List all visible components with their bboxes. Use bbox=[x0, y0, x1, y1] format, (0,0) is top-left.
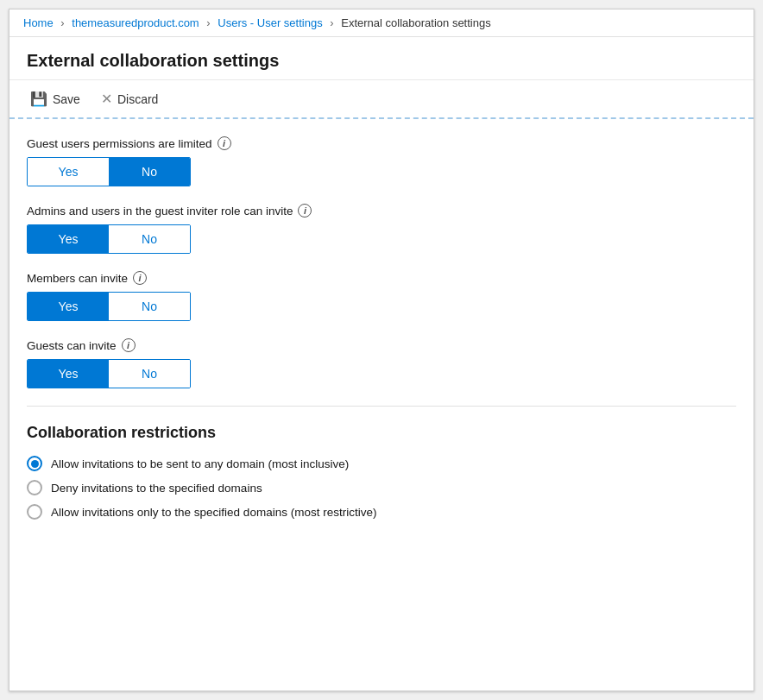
members-invite-no-button[interactable]: No bbox=[109, 293, 190, 320]
section-divider bbox=[27, 406, 736, 407]
collaboration-restrictions-title: Collaboration restrictions bbox=[27, 424, 736, 442]
admin-invite-toggle: Yes No bbox=[27, 224, 191, 254]
setting-admin-invite: Admins and users in the guest inviter ro… bbox=[27, 204, 736, 254]
discard-icon: ✕ bbox=[101, 91, 112, 107]
content: Guest users permissions are limited i Ye… bbox=[9, 119, 754, 537]
breadcrumb-users[interactable]: Users - User settings bbox=[218, 16, 322, 29]
breadcrumb-home[interactable]: Home bbox=[23, 16, 54, 29]
radio-allow-only-specified-circle bbox=[27, 504, 42, 520]
radio-allow-only-specified[interactable]: Allow invitations only to the specified … bbox=[27, 504, 736, 520]
breadcrumb-sep-1: › bbox=[60, 16, 64, 29]
guest-permissions-info-icon[interactable]: i bbox=[218, 136, 231, 150]
discard-button[interactable]: ✕ Discard bbox=[98, 89, 161, 109]
save-icon: 💾 bbox=[30, 91, 47, 107]
discard-label: Discard bbox=[117, 92, 158, 106]
breadcrumb-tenant[interactable]: themeasuredproduct.com bbox=[72, 16, 199, 29]
setting-guests-invite-label: Guests can invite i bbox=[27, 338, 736, 352]
setting-guests-invite: Guests can invite i Yes No bbox=[27, 338, 736, 388]
guests-invite-toggle: Yes No bbox=[27, 359, 191, 388]
breadcrumb-sep-2: › bbox=[206, 16, 210, 29]
guests-invite-yes-button[interactable]: Yes bbox=[28, 360, 109, 388]
radio-deny-specified-label: Deny invitations to the specified domain… bbox=[51, 482, 262, 495]
members-invite-info-icon[interactable]: i bbox=[133, 271, 147, 285]
breadcrumb-current: External collaboration settings bbox=[341, 16, 490, 29]
radio-allow-any-label: Allow invitations to be sent to any doma… bbox=[51, 457, 349, 470]
guest-permissions-toggle: Yes No bbox=[27, 157, 191, 186]
radio-allow-any[interactable]: Allow invitations to be sent to any doma… bbox=[27, 456, 736, 471]
guests-invite-info-icon[interactable]: i bbox=[122, 338, 136, 352]
guest-permissions-yes-button[interactable]: Yes bbox=[28, 158, 109, 186]
radio-deny-specified[interactable]: Deny invitations to the specified domain… bbox=[27, 480, 736, 495]
setting-guest-permissions-label: Guest users permissions are limited i bbox=[27, 136, 736, 150]
radio-allow-only-specified-label: Allow invitations only to the specified … bbox=[51, 506, 376, 519]
setting-admin-invite-label: Admins and users in the guest inviter ro… bbox=[27, 204, 736, 218]
save-button[interactable]: 💾 Save bbox=[27, 89, 84, 109]
radio-deny-specified-circle bbox=[27, 480, 42, 495]
save-label: Save bbox=[53, 92, 80, 106]
breadcrumb: Home › themeasuredproduct.com › Users - … bbox=[9, 9, 754, 37]
setting-members-invite-label: Members can invite i bbox=[27, 271, 736, 285]
setting-guest-permissions: Guest users permissions are limited i Ye… bbox=[27, 136, 736, 186]
collaboration-restrictions-radio-group: Allow invitations to be sent to any doma… bbox=[27, 456, 736, 520]
guest-permissions-no-button[interactable]: No bbox=[109, 158, 190, 186]
members-invite-yes-button[interactable]: Yes bbox=[28, 293, 109, 320]
admin-invite-yes-button[interactable]: Yes bbox=[28, 225, 109, 253]
breadcrumb-sep-3: › bbox=[330, 16, 333, 29]
radio-allow-any-circle bbox=[27, 456, 42, 471]
page-container: Home › themeasuredproduct.com › Users - … bbox=[9, 9, 754, 691]
page-title: External collaboration settings bbox=[9, 37, 754, 80]
admin-invite-info-icon[interactable]: i bbox=[298, 204, 312, 218]
toolbar: 💾 Save ✕ Discard bbox=[9, 80, 754, 119]
setting-members-invite: Members can invite i Yes No bbox=[27, 271, 736, 321]
members-invite-toggle: Yes No bbox=[27, 292, 191, 321]
guests-invite-no-button[interactable]: No bbox=[109, 360, 190, 388]
admin-invite-no-button[interactable]: No bbox=[109, 225, 190, 253]
